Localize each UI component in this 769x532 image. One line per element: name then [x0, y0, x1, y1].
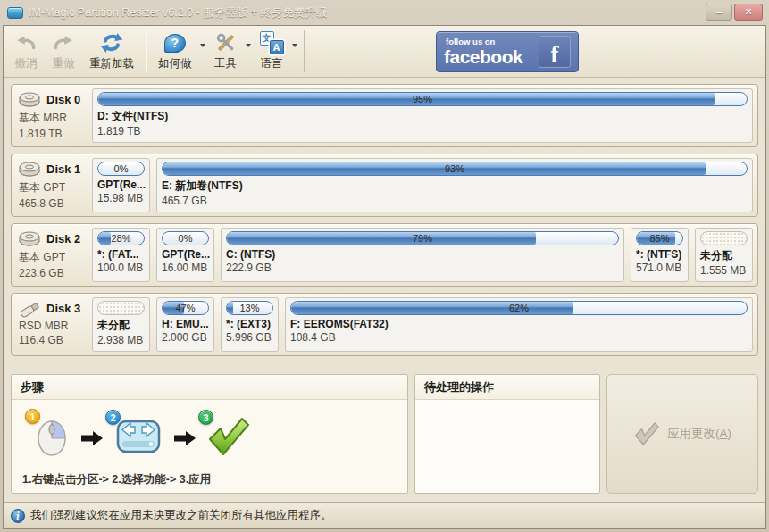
partition-label: *: (EXT3) — [226, 318, 273, 330]
steps-title: 步骤 — [12, 375, 407, 400]
help-bubble-icon: ? — [164, 34, 186, 53]
disk-info: Disk 1 基本 GPT 465.8 GB — [17, 158, 92, 212]
hdd-icon — [17, 90, 44, 109]
arrow-right-icon — [79, 429, 104, 447]
undo-label: 撤消 — [15, 56, 38, 71]
howto-button[interactable]: ? 如何做 — [151, 28, 199, 75]
step3-badge: 3 — [198, 410, 213, 425]
disk-row-3: Disk 3 RSD MBR 116.4 GB 未分配 2.938 MB 47 — [11, 293, 758, 356]
partition-block[interactable]: 62% F: EEROMS(FAT32) 108.4 GB — [285, 297, 753, 352]
usage-bar: 0% — [162, 231, 209, 245]
usage-percent: 85% — [637, 232, 682, 245]
undo-button[interactable]: 撤消 — [7, 28, 45, 75]
disk-name: Disk 3 — [46, 302, 80, 315]
partition-label: D: 文件(NTFS) — [97, 109, 748, 124]
usage-percent: 0% — [163, 232, 208, 245]
redo-label: 重做 — [53, 56, 75, 71]
disk-row-0: Disk 0 基本 MBR 1.819 TB 95% D: 文件(NTFS) 1… — [11, 84, 758, 147]
toolbar-separator — [304, 30, 305, 72]
partition-block[interactable]: 95% D: 文件(NTFS) 1.819 TB — [92, 88, 753, 143]
disk-name: Disk 1 — [46, 162, 80, 176]
partition-label: GPT(Re... — [97, 179, 145, 191]
hdd-icon — [17, 229, 44, 248]
partition-block[interactable]: 28% *: (FAT... 100.0 MB — [92, 228, 150, 282]
partition-label: F: EEROMS(FAT32) — [290, 318, 748, 330]
usage-percent: 0% — [98, 162, 144, 175]
howto-dropdown-icon[interactable] — [200, 44, 205, 47]
partition-block[interactable]: 85% *: (NTFS) 571.0 MB — [631, 228, 689, 282]
usage-bar: 93% — [162, 162, 748, 176]
usage-bar: 13% — [226, 301, 273, 315]
window-title: IM-Magic Partition Resizer v6.2.0 - 服务器版… — [29, 5, 327, 21]
apply-changes-label: 应用更改(A) — [667, 426, 731, 442]
reload-icon — [99, 30, 124, 55]
disk-size: 465.8 GB — [17, 197, 92, 210]
partition-block[interactable]: 未分配 2.938 MB — [92, 297, 150, 352]
partition-label: C: (NTFS) — [226, 248, 619, 261]
partition-label: E: 新加卷(NTFS) — [162, 179, 748, 194]
disk-type: 基本 GPT — [17, 250, 92, 265]
usage-bar: 28% — [97, 231, 145, 245]
disk-row-2: Disk 2 基本 GPT 223.6 GB 28% *: (FAT... 10… — [11, 223, 758, 287]
step2-badge: 2 — [105, 410, 121, 425]
minimize-button[interactable]: – — [706, 4, 732, 21]
disk-map: Disk 0 基本 MBR 1.819 TB 95% D: 文件(NTFS) 1… — [4, 78, 765, 362]
redo-button[interactable]: 重做 — [45, 28, 82, 75]
info-icon: i — [11, 509, 25, 523]
partition-size: 1.819 TB — [97, 125, 748, 137]
reload-label: 重新加载 — [89, 56, 134, 71]
usage-percent: 47% — [163, 302, 208, 314]
pending-operations-panel: 待处理的操作 — [414, 374, 600, 494]
usage-bar: 62% — [290, 301, 748, 315]
disk-info: Disk 3 RSD MBR 116.4 GB — [17, 297, 92, 352]
partition-size: 222.9 GB — [226, 262, 619, 274]
close-icon: ✕ — [744, 6, 752, 17]
partition-block[interactable]: 未分配 1.555 MB — [695, 228, 753, 282]
tools-label: 工具 — [214, 56, 237, 71]
toolbar: 撤消 重做 重新加载 — [4, 26, 765, 78]
partition-size: 108.4 GB — [290, 331, 748, 344]
language-label: 语言 — [261, 56, 283, 71]
facebook-text: follow us on facebook — [444, 37, 539, 66]
language-dropdown-icon[interactable] — [292, 44, 297, 47]
usage-percent: 62% — [291, 302, 747, 314]
partition-size: 465.7 GB — [162, 195, 748, 207]
disk-type: 基本 MBR — [17, 111, 92, 126]
tools-icon — [214, 30, 238, 55]
arrow-right-icon — [172, 429, 197, 447]
status-message: 我们强烈建议您在应用未决更改之前关闭所有其他应用程序。 — [30, 508, 332, 523]
usage-bar: 0% — [97, 162, 145, 176]
partition-size: 2.000 GB — [162, 331, 209, 344]
language-button[interactable]: 文 A 语言 — [253, 28, 291, 75]
usage-percent: 95% — [98, 93, 747, 105]
partition-label: *: (FAT... — [97, 248, 145, 261]
titlebar[interactable]: IM-Magic Partition Resizer v6.2.0 - 服务器版… — [0, 0, 769, 25]
close-button[interactable]: ✕ — [734, 4, 763, 21]
partition-block[interactable]: 0% GPT(Re... 16.00 MB — [156, 228, 214, 282]
facebook-banner[interactable]: follow us on facebook f — [436, 31, 579, 72]
usage-bar-empty — [700, 231, 748, 245]
disk-type: RSD MBR — [17, 320, 92, 332]
disk-info: Disk 2 基本 GPT 223.6 GB — [17, 228, 92, 282]
partition-block[interactable]: 79% C: (NTFS) 222.9 GB — [221, 228, 624, 282]
pending-list[interactable] — [415, 400, 599, 493]
tools-dropdown-icon[interactable] — [246, 44, 251, 47]
apply-changes-button[interactable]: 应用更改(A) — [606, 374, 758, 494]
partition-block[interactable]: 47% H: EMU... 2.000 GB — [156, 297, 214, 352]
bottom-area: 步骤 1 2 — [11, 374, 758, 494]
disk-size: 1.819 TB — [17, 128, 92, 140]
tools-button[interactable]: 工具 — [207, 28, 245, 75]
disk-row-1: Disk 1 基本 GPT 465.8 GB 0% GPT(Re... 15.9… — [11, 154, 758, 217]
app-logo-icon — [7, 7, 23, 19]
disk-size: 223.6 GB — [17, 267, 92, 279]
pending-title: 待处理的操作 — [415, 375, 599, 400]
partition-block[interactable]: 0% GPT(Re... 15.98 MB — [92, 158, 150, 212]
partition-block[interactable]: 93% E: 新加卷(NTFS) 465.7 GB — [156, 158, 753, 212]
partition-block[interactable]: 13% *: (EXT3) 5.996 GB — [221, 297, 279, 352]
minimize-icon: – — [716, 6, 722, 17]
partition-size: 15.98 MB — [97, 192, 145, 204]
facebook-f-icon: f — [539, 36, 571, 68]
reload-button[interactable]: 重新加载 — [82, 28, 141, 75]
disk-type: 基本 GPT — [17, 180, 92, 195]
usb-drive-icon — [17, 299, 44, 318]
